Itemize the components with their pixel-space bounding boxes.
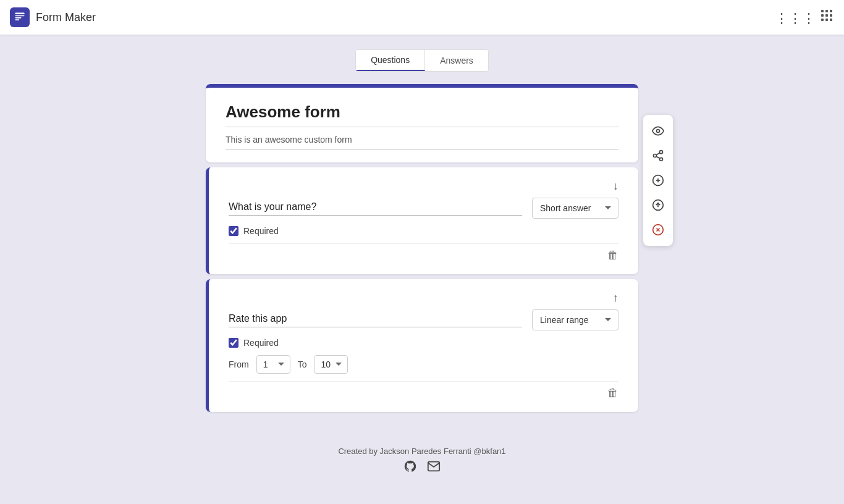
svg-line-18 xyxy=(656,153,660,154)
eye-icon xyxy=(652,125,664,137)
form-title: Awesome form xyxy=(226,103,618,127)
share-button[interactable] xyxy=(647,145,669,167)
mail-svg xyxy=(427,460,441,473)
svg-rect-0 xyxy=(15,13,25,15)
svg-rect-5 xyxy=(825,10,828,12)
svg-rect-7 xyxy=(821,14,824,17)
svg-point-13 xyxy=(657,130,660,133)
question-card-2-header: ↑ xyxy=(229,292,618,304)
github-svg xyxy=(403,460,417,473)
app-title: Form Maker xyxy=(36,11,96,24)
svg-rect-8 xyxy=(825,14,828,17)
question-type-select-2[interactable]: Short answer Long answer Multiple choice… xyxy=(532,309,618,330)
required-row-1: Required xyxy=(229,226,618,236)
svg-rect-11 xyxy=(825,19,828,21)
svg-rect-6 xyxy=(830,10,832,12)
side-toolbar xyxy=(643,115,673,246)
svg-line-17 xyxy=(656,156,660,158)
svg-rect-1 xyxy=(15,15,25,17)
app-header: Form Maker ⋮⋮⋮ xyxy=(0,0,844,35)
form-container: Awesome form This is an awesome custom f… xyxy=(206,84,638,417)
question-card-2: ↑ Short answer Long answer Multiple choi… xyxy=(206,279,638,412)
arrow-up-icon xyxy=(652,199,664,211)
share-icon xyxy=(652,149,664,162)
x-circle-icon xyxy=(652,224,664,236)
required-label-2: Required xyxy=(243,338,279,348)
from-label: From xyxy=(229,359,249,369)
question-card-1: ↓ Short answer Long answer Multiple choi… xyxy=(206,167,638,274)
to-label: To xyxy=(298,359,307,369)
github-icon[interactable] xyxy=(403,460,417,476)
svg-point-15 xyxy=(654,154,657,158)
question-row-2: Short answer Long answer Multiple choice… xyxy=(229,309,618,330)
svg-rect-4 xyxy=(821,10,824,12)
main-content: Questions Answers Awesome form This is a… xyxy=(0,35,844,432)
svg-rect-12 xyxy=(830,19,832,21)
preview-button[interactable] xyxy=(647,120,669,142)
to-select[interactable]: 5 10 xyxy=(314,355,348,374)
question-card-1-header: ↓ xyxy=(229,180,618,193)
move-up-icon-q2[interactable]: ↑ xyxy=(613,292,618,304)
app-icon xyxy=(10,7,30,27)
delete-icon-q1[interactable]: 🗑 xyxy=(607,249,618,262)
question-text-input-1[interactable] xyxy=(229,201,522,216)
grid-menu-icon[interactable]: ⋮⋮⋮ xyxy=(775,8,834,27)
form-header-card: Awesome form This is an awesome custom f… xyxy=(206,84,638,162)
plus-icon xyxy=(652,174,664,187)
add-question-button[interactable] xyxy=(647,169,669,191)
svg-rect-2 xyxy=(15,17,22,19)
required-checkbox-1[interactable] xyxy=(229,226,238,236)
delete-icon-q2[interactable]: 🗑 xyxy=(607,387,618,400)
move-down-icon-q1[interactable]: ↓ xyxy=(613,180,618,193)
range-row: From 1 0 To 5 10 xyxy=(229,355,618,374)
footer: Created by Jackson Paredes Ferranti @bkf… xyxy=(0,432,844,491)
svg-rect-3 xyxy=(15,19,20,20)
email-icon[interactable] xyxy=(427,460,441,476)
tabs-container: Questions Answers xyxy=(355,49,489,72)
form-description: This is an awesome custom form xyxy=(226,135,618,150)
svg-rect-10 xyxy=(821,19,824,21)
move-up-button[interactable] xyxy=(647,194,669,216)
card-footer-2: 🗑 xyxy=(229,381,618,400)
form-icon xyxy=(14,11,26,23)
delete-button[interactable] xyxy=(647,219,669,241)
svg-point-14 xyxy=(660,151,663,154)
svg-point-16 xyxy=(660,158,663,161)
footer-credit: Created by Jackson Paredes Ferranti @bkf… xyxy=(15,447,829,456)
footer-icons xyxy=(15,460,829,476)
required-label-1: Required xyxy=(243,226,279,236)
required-checkbox-2[interactable] xyxy=(229,338,238,348)
grid-icon xyxy=(819,8,834,23)
question-row-1: Short answer Long answer Multiple choice… xyxy=(229,198,618,219)
from-select[interactable]: 1 0 xyxy=(256,355,290,374)
required-row-2: Required xyxy=(229,338,618,348)
card-footer-1: 🗑 xyxy=(229,243,618,262)
svg-rect-9 xyxy=(830,14,832,17)
question-text-input-2[interactable] xyxy=(229,313,522,327)
tab-answers[interactable]: Answers xyxy=(425,50,488,71)
header-left: Form Maker xyxy=(10,7,96,27)
tab-questions[interactable]: Questions xyxy=(356,50,425,71)
question-type-select-1[interactable]: Short answer Long answer Multiple choice… xyxy=(532,198,618,219)
